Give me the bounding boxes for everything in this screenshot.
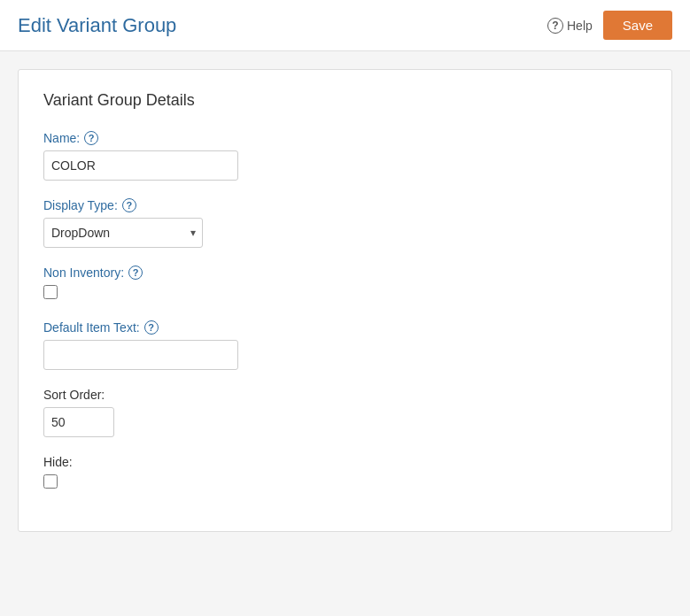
save-button[interactable]: Save <box>603 11 672 40</box>
page-title: Edit Variant Group <box>18 14 176 37</box>
hide-label-row: Hide: <box>43 455 647 469</box>
hide-checkbox[interactable] <box>43 474 58 489</box>
default-item-text-label: Default Item Text: <box>43 320 140 335</box>
name-info-icon[interactable]: ? <box>84 131 98 145</box>
default-item-text-input[interactable] <box>43 340 238 370</box>
default-item-text-info-icon[interactable]: ? <box>144 320 159 335</box>
sort-order-label: Sort Order: <box>43 388 105 402</box>
page-header: Edit Variant Group ? Help Save <box>0 0 690 51</box>
hide-group: Hide: <box>43 455 647 492</box>
variant-group-card: Variant Group Details Name: ? Display Ty… <box>18 69 672 532</box>
display-type-info-icon[interactable]: ? <box>122 198 136 212</box>
sort-order-input[interactable] <box>43 407 114 437</box>
header-actions: ? Help Save <box>547 11 672 40</box>
main-content: Variant Group Details Name: ? Display Ty… <box>0 51 690 550</box>
non-inventory-info-icon[interactable]: ? <box>128 266 143 280</box>
display-type-select-wrapper: DropDown Radio Color Swatch Image Swatch… <box>43 218 203 248</box>
help-link[interactable]: ? Help <box>547 18 593 34</box>
name-label-row: Name: ? <box>43 131 647 145</box>
hide-label: Hide: <box>43 455 73 469</box>
non-inventory-group: Non Inventory: ? <box>43 266 647 303</box>
name-label: Name: <box>43 131 80 145</box>
display-type-label-row: Display Type: ? <box>43 198 647 212</box>
non-inventory-checkbox[interactable] <box>43 285 58 299</box>
display-type-group: Display Type: ? DropDown Radio Color Swa… <box>43 198 647 248</box>
non-inventory-label-row: Non Inventory: ? <box>43 266 647 280</box>
non-inventory-label: Non Inventory: <box>43 266 124 280</box>
display-type-select[interactable]: DropDown Radio Color Swatch Image Swatch <box>43 218 203 248</box>
help-icon: ? <box>547 18 563 34</box>
display-type-label: Display Type: <box>43 198 118 212</box>
sort-order-label-row: Sort Order: <box>43 388 647 402</box>
help-label: Help <box>567 19 593 33</box>
name-input[interactable] <box>43 150 238 181</box>
default-item-text-group: Default Item Text: ? <box>43 320 647 370</box>
sort-order-group: Sort Order: <box>43 388 647 437</box>
default-item-text-label-row: Default Item Text: ? <box>43 320 647 335</box>
name-group: Name: ? <box>43 131 647 181</box>
card-title: Variant Group Details <box>43 91 647 110</box>
